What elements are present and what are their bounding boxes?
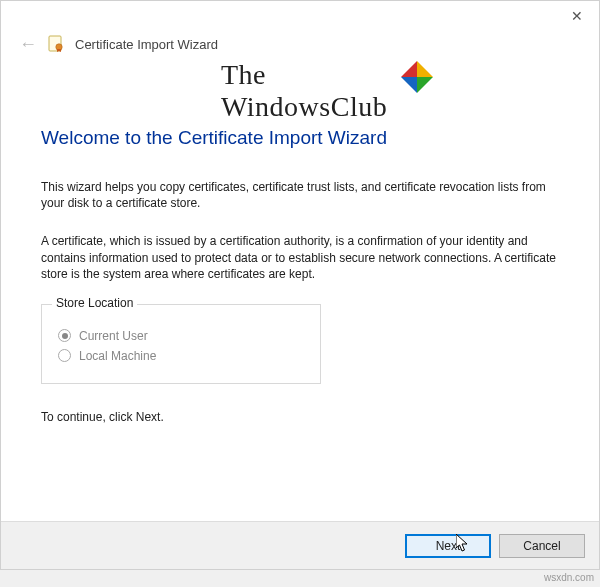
radio-label-current-user: Current User (79, 329, 148, 343)
cancel-button[interactable]: Cancel (499, 534, 585, 558)
wizard-title: Certificate Import Wizard (75, 37, 218, 52)
watermark-logo-icon (399, 59, 435, 98)
watermark-text: The WindowsClub (221, 59, 387, 123)
certificate-icon (47, 35, 65, 53)
radio-current-user: Current User (58, 329, 304, 343)
svg-marker-2 (417, 61, 433, 77)
intro-paragraph-2: A certificate, which is issued by a cert… (41, 233, 559, 282)
next-button[interactable]: Next (405, 534, 491, 558)
intro-paragraph-1: This wizard helps you copy certificates,… (41, 179, 559, 211)
header-row: ← Certificate Import Wizard (1, 31, 599, 61)
footer-bar: Next Cancel (1, 521, 599, 569)
watermark-line1: The (221, 59, 387, 91)
radio-label-local-machine: Local Machine (79, 349, 156, 363)
titlebar: ✕ (1, 1, 599, 31)
radio-icon (58, 329, 71, 342)
wizard-window: ✕ ← Certificate Import Wizard The Window… (0, 0, 600, 570)
group-legend: Store Location (52, 296, 137, 310)
continue-hint: To continue, click Next. (41, 410, 559, 424)
svg-marker-4 (401, 77, 417, 93)
svg-marker-3 (417, 77, 433, 93)
attribution-text: wsxdn.com (544, 572, 594, 583)
page-heading: Welcome to the Certificate Import Wizard (41, 127, 559, 149)
store-location-group: Store Location Current User Local Machin… (41, 304, 321, 384)
back-arrow-icon: ← (19, 35, 37, 53)
radio-icon (58, 349, 71, 362)
svg-marker-5 (401, 61, 417, 77)
content-area: Welcome to the Certificate Import Wizard… (1, 127, 599, 424)
radio-local-machine: Local Machine (58, 349, 304, 363)
watermark-line2: WindowsClub (221, 91, 387, 123)
close-icon[interactable]: ✕ (563, 4, 591, 28)
